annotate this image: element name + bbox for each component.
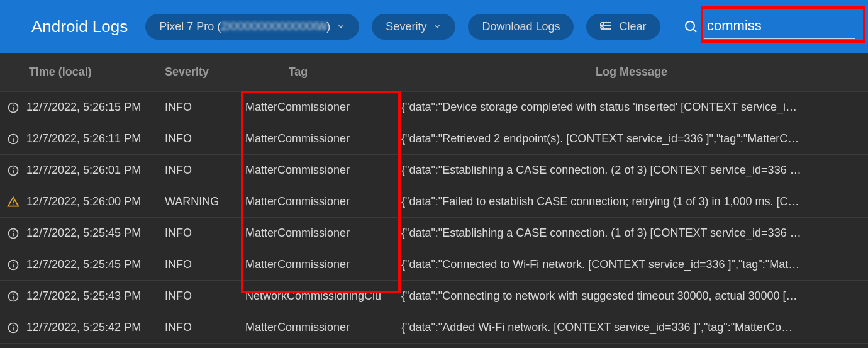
info-icon [0,290,26,303]
cell-severity: INFO [165,132,245,145]
table-row[interactable]: 12/7/2022, 5:25:42 PMINFOMatterCommissio… [0,312,868,344]
cell-tag: MatterCommissioner [245,321,401,334]
header-bar: Android Logs Pixel 7 Pro (2XXXXXXXXXXXXX… [0,0,868,53]
cell-tag: MatterCommissioner [245,164,401,177]
info-icon [0,133,26,145]
cell-message: {"data":"Device storage completed with s… [401,101,863,114]
search-input[interactable] [704,14,855,39]
cell-message: {"data":"Establishing a CASE connection.… [401,227,863,240]
cell-message: {"data":"Establishing a CASE connection.… [401,164,863,177]
chevron-down-icon [433,22,442,31]
col-tag: Tag [245,65,401,79]
svg-point-26 [13,293,14,295]
svg-point-5 [686,21,694,30]
cell-time: 12/7/2022, 5:26:15 PM [26,101,165,114]
svg-point-29 [13,325,14,326]
cell-tag: MatterCommissioner [245,258,401,271]
search-icon [683,19,698,34]
cell-severity: INFO [165,101,245,114]
table-row[interactable]: 12/7/2022, 5:26:00 PMWARNINGMatterCommis… [0,186,868,218]
cell-message: {"data":"Connecting to network with sugg… [401,289,863,303]
cell-time: 12/7/2022, 5:25:45 PM [26,258,165,271]
severity-filter-label: Severity [386,20,426,33]
col-message: Log Message [401,65,862,79]
cell-severity: INFO [165,258,245,271]
cell-time: 12/7/2022, 5:25:43 PM [26,289,165,303]
svg-line-6 [693,29,696,32]
info-icon [0,101,26,114]
severity-filter[interactable]: Severity [372,14,455,40]
cell-tag: MatterCommissioner [245,227,401,240]
cell-severity: INFO [165,289,245,303]
cell-tag: MatterCommissioner [245,195,401,208]
page-title: Android Logs [31,17,128,36]
svg-point-20 [13,230,14,232]
col-time: Time (local) [26,65,165,79]
col-severity: Severity [165,65,245,79]
clear-button[interactable]: Clear [586,14,660,40]
cell-severity: INFO [165,321,245,334]
device-label: Pixel 7 Pro (2XXXXXXXXXXXXXW) [159,20,330,33]
cell-message: {"data":"Failed to establish CASE connec… [401,195,863,208]
download-logs-button[interactable]: Download Logs [468,14,574,40]
cell-time: 12/7/2022, 5:25:42 PM [26,321,165,334]
device-selector[interactable]: Pixel 7 Pro (2XXXXXXXXXXXXXW) [145,14,359,40]
cell-tag: NetworkCommissioningClu [245,289,401,303]
table-row[interactable]: 12/7/2022, 5:26:11 PMINFOMatterCommissio… [0,123,868,155]
chevron-down-icon [337,22,345,31]
cell-tag: MatterCommissioner [245,101,401,114]
cell-message: {"data":"Connected to Wi-Fi network. [CO… [401,258,863,271]
cell-severity: INFO [165,164,245,177]
clear-icon [600,20,613,33]
table-row[interactable]: 12/7/2022, 5:26:15 PMINFOMatterCommissio… [0,92,868,123]
warning-icon [0,196,26,208]
log-rows: 12/7/2022, 5:26:15 PMINFOMatterCommissio… [0,92,868,344]
cell-severity: WARNING [165,195,245,208]
cell-message: {"data":"Retrieved 2 endpoint(s). [CONTE… [401,132,863,145]
info-icon [0,227,26,240]
svg-point-23 [13,262,14,263]
cell-time: 12/7/2022, 5:26:00 PM [26,195,165,208]
table-row[interactable]: 12/7/2022, 5:25:43 PMINFONetworkCommissi… [0,281,868,312]
cell-time: 12/7/2022, 5:25:45 PM [26,227,165,240]
svg-point-9 [13,104,14,106]
table-row[interactable]: 12/7/2022, 5:25:45 PMINFOMatterCommissio… [0,218,868,249]
info-icon [0,164,26,177]
cell-time: 12/7/2022, 5:26:01 PM [26,164,165,177]
svg-point-15 [13,167,14,169]
table-row[interactable]: 12/7/2022, 5:25:45 PMINFOMatterCommissio… [0,249,868,281]
svg-point-17 [13,204,14,205]
cell-tag: MatterCommissioner [245,132,401,145]
cell-message: {"data":"Added Wi-Fi network. [CONTEXT s… [401,321,863,334]
cell-severity: INFO [165,227,245,240]
search-container [683,14,855,39]
cell-time: 12/7/2022, 5:26:11 PM [26,132,165,145]
svg-point-12 [13,136,14,137]
table-row[interactable]: 12/7/2022, 5:26:01 PMINFOMatterCommissio… [0,155,868,186]
info-icon [0,322,26,334]
info-icon [0,259,26,271]
table-header: Time (local) Severity Tag Log Message [0,53,868,92]
